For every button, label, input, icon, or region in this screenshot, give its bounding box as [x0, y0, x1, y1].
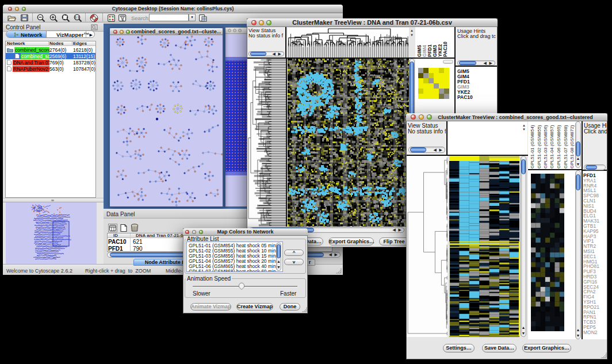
svg-text:1:1: 1:1 [75, 16, 79, 19]
